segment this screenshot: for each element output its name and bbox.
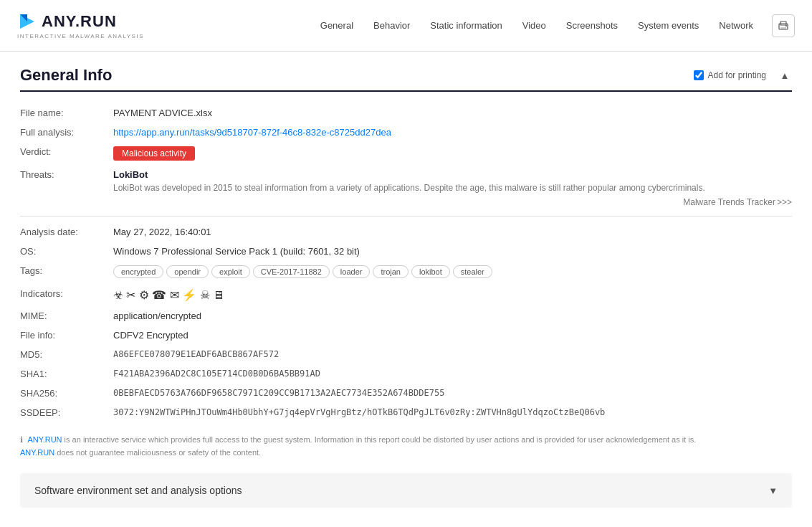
svg-rect-4 [780, 27, 786, 29]
indicators-row: Indicators: ☣ ✂ ⚙ ☎ ✉ ⚡ ☠ 🖥 [20, 284, 792, 306]
env-section-title: Software environment set and analysis op… [34, 485, 242, 496]
os-row: OS: Windows 7 Professional Service Pack … [20, 242, 792, 261]
analysis-date-label: Analysis date: [20, 227, 113, 237]
main-content: General Info Add for printing ▲ File nam… [0, 52, 812, 522]
tag-item: trojan [373, 265, 409, 278]
disclaimer: ℹ ANY.RUN is an interactive service whic… [20, 434, 792, 459]
tags-row: Tags: encryptedopendirexploitCVE-2017-11… [20, 261, 792, 284]
page-title: General Info [20, 66, 112, 85]
print-button[interactable] [772, 14, 795, 37]
print-icon [778, 20, 789, 32]
add-for-printing[interactable]: Add for printing [694, 70, 766, 80]
logo-text: ANY.RUN [42, 12, 117, 31]
add-printing-checkbox[interactable] [694, 70, 704, 80]
ssdeep-value: 3072:Y9N2WTWiPHnJTOuWm4Hb0UbhY+G7jq4epVr… [113, 407, 792, 417]
verdict-label: Verdict: [20, 146, 113, 157]
section-header: General Info Add for printing ▲ [20, 66, 792, 92]
add-printing-label: Add for printing [708, 70, 766, 80]
file-info-row: File info: CDFV2 Encrypted [20, 326, 792, 345]
env-section[interactable]: Software environment set and analysis op… [20, 473, 792, 508]
tag-item: loader [333, 265, 371, 278]
disclaimer-link-2[interactable]: ANY.RUN [20, 448, 54, 457]
sha1-label: SHA1: [20, 369, 113, 379]
sha256-row: SHA256: 0BEBFAECD5763A766DF9658C7971C209… [20, 384, 792, 403]
sha256-value: 0BEBFAECD5763A766DF9658C7971C209CC9B1713… [113, 388, 792, 398]
threat-description: LokiBot was developed in 2015 to steal i… [113, 183, 792, 193]
ssdeep-row: SSDEEP: 3072:Y9N2WTWiPHnJTOuWm4Hb0UbhY+G… [20, 403, 792, 422]
nav-general[interactable]: General [310, 14, 363, 37]
threats-row: Threats: LokiBot LokiBot was developed i… [20, 165, 792, 197]
sha256-label: SHA256: [20, 388, 113, 399]
indicators-container: ☣ ✂ ⚙ ☎ ✉ ⚡ ☠ 🖥 [113, 288, 792, 302]
ssdeep-label: SSDEEP: [20, 407, 113, 418]
mime-value: application/encrypted [113, 310, 792, 321]
file-name-row: File name: PAYMENT ADVICE.xlsx [20, 103, 792, 123]
details-table: Analysis date: May 27, 2022, 16:40:01 OS… [20, 222, 792, 422]
analysis-date-row: Analysis date: May 27, 2022, 16:40:01 [20, 222, 792, 242]
os-value: Windows 7 Professional Service Pack 1 (b… [113, 246, 792, 257]
full-analysis-row: Full analysis: https://app.any.run/tasks… [20, 123, 792, 142]
nav-screenshots[interactable]: Screenshots [556, 14, 628, 37]
md5-row: MD5: A86EFCE078079E1EADF6ABCB867AF572 [20, 345, 792, 364]
info-table: File name: PAYMENT ADVICE.xlsx Full anal… [20, 103, 792, 197]
divider [20, 216, 792, 217]
analysis-date-value: May 27, 2022, 16:40:01 [113, 227, 792, 237]
threat-name: LokiBot [113, 169, 148, 180]
tag-item: stealer [453, 265, 492, 278]
mime-row: MIME: application/encrypted [20, 306, 792, 326]
malware-tracker-link[interactable]: Malware Trends Tracker >>> [20, 197, 792, 207]
header: ANY.RUN INTERACTIVE MALWARE ANALYSIS Gen… [0, 0, 812, 52]
logo-subtitle: INTERACTIVE MALWARE ANALYSIS [17, 33, 144, 39]
logo-icon [17, 11, 37, 32]
threats-label: Threats: [20, 169, 113, 180]
tag-item: exploit [211, 265, 250, 278]
disclaimer-link-1[interactable]: ANY.RUN [27, 435, 62, 444]
verdict-badge: Malicious activity [113, 146, 195, 161]
nav-video[interactable]: Video [512, 14, 556, 37]
sha1-value: F421ABA2396AD2C8C105E714CD0B0D6BA5BB91AD [113, 369, 792, 379]
collapse-button[interactable]: ▲ [778, 68, 792, 82]
tag-item: lokibot [411, 265, 450, 278]
nav-behavior[interactable]: Behavior [363, 14, 420, 37]
svg-point-5 [785, 25, 787, 27]
file-info-label: File info: [20, 330, 113, 341]
md5-value: A86EFCE078079E1EADF6ABCB867AF572 [113, 349, 792, 359]
nav-network[interactable]: Network [709, 14, 763, 37]
os-label: OS: [20, 246, 113, 257]
main-nav: General Behavior Static information Vide… [310, 14, 795, 37]
nav-static-information[interactable]: Static information [420, 14, 512, 37]
tags-container: encryptedopendirexploitCVE-2017-11882loa… [113, 265, 792, 280]
file-info-value: CDFV2 Encrypted [113, 330, 792, 341]
file-name-value: PAYMENT ADVICE.xlsx [113, 108, 792, 118]
mime-label: MIME: [20, 310, 113, 321]
malware-tracker-arrow: >>> [777, 197, 792, 207]
env-section-arrow: ▼ [768, 485, 778, 496]
nav-system-events[interactable]: System events [628, 14, 709, 37]
tag-item: CVE-2017-11882 [253, 265, 330, 278]
tags-label: Tags: [20, 265, 113, 276]
tag-item: opendir [166, 265, 209, 278]
indicators-label: Indicators: [20, 288, 113, 299]
tag-item: encrypted [113, 265, 163, 278]
logo: ANY.RUN INTERACTIVE MALWARE ANALYSIS [17, 11, 144, 39]
file-name-label: File name: [20, 108, 113, 118]
full-analysis-link[interactable]: https://app.any.run/tasks/9d518707-872f-… [113, 127, 391, 138]
sha1-row: SHA1: F421ABA2396AD2C8C105E714CD0B0D6BA5… [20, 364, 792, 384]
verdict-row: Verdict: Malicious activity [20, 142, 792, 165]
full-analysis-label: Full analysis: [20, 127, 113, 138]
malware-tracker-label[interactable]: Malware Trends Tracker [683, 197, 775, 207]
md5-label: MD5: [20, 349, 113, 360]
